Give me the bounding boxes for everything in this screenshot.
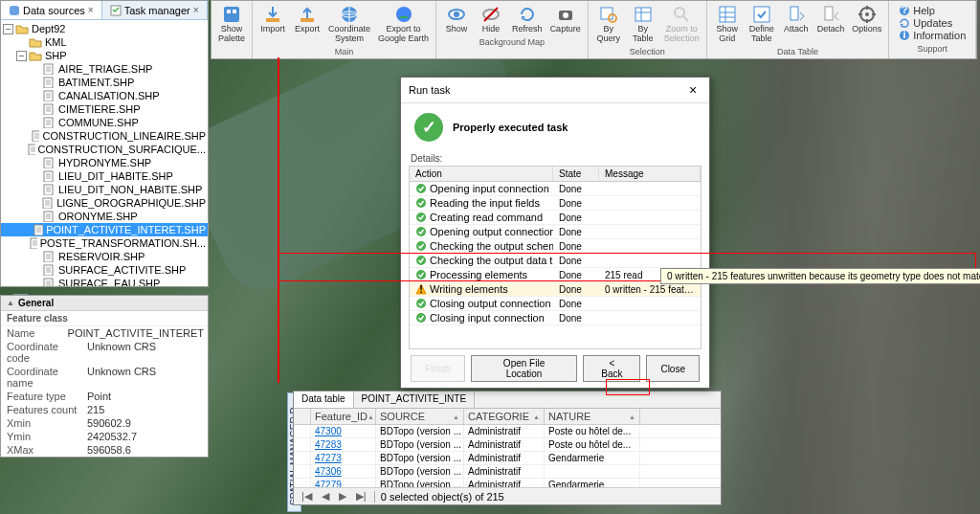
help-link[interactable]: Help xyxy=(899,5,966,16)
dialog-close-button[interactable]: × xyxy=(684,81,702,99)
tree-item[interactable]: HYDRONYME.SHP xyxy=(1,156,208,169)
tree-item[interactable]: –Dept92 xyxy=(1,22,208,35)
tab-close-icon[interactable]: × xyxy=(193,5,199,15)
dialog-table-header: Action State Message xyxy=(410,167,701,182)
col-action[interactable]: Action xyxy=(410,167,553,181)
column-header[interactable] xyxy=(294,409,311,424)
dialog-row[interactable]: Processing elementsDone215 read xyxy=(410,268,701,282)
updates-link[interactable]: Updates xyxy=(899,17,966,29)
tree-item[interactable]: RESERVOIR.SHP xyxy=(1,250,208,263)
dialog-row[interactable]: Closing output connectionDone xyxy=(410,297,701,311)
open-file-location-button[interactable]: Open File Location xyxy=(471,355,578,382)
tree-item[interactable]: BATIMENT.SHP xyxy=(1,76,208,89)
by-table-button[interactable]: ByTable xyxy=(627,3,659,46)
tab-data-sources[interactable]: Data sources× xyxy=(1,1,102,19)
tree-item[interactable]: CIMETIERE.SHP xyxy=(1,102,208,116)
table-row[interactable]: 47273BDTopo (version ...AdministratifGen… xyxy=(294,452,721,465)
col-message[interactable]: Message xyxy=(599,167,701,181)
table-row[interactable]: 47300BDTopo (version ...AdministratifPos… xyxy=(294,425,721,438)
data-table-panel: Data tablePOINT_ACTIVITE_INTE Feature_ID… xyxy=(293,391,722,505)
tree-item[interactable]: COMMUNE.SHP xyxy=(1,116,208,129)
tree-item[interactable]: POSTE_TRANSFORMATION.SH... xyxy=(1,236,208,250)
tree-item[interactable]: POINT_ACTIVITE_INTERET.SHP xyxy=(1,223,208,236)
tree-toggle[interactable]: – xyxy=(16,51,27,61)
attach-button[interactable]: Attach xyxy=(780,3,813,46)
tree-item[interactable]: KML xyxy=(1,35,208,49)
nav-prev[interactable]: ◀ xyxy=(320,490,331,503)
toolbar-label: Capture xyxy=(550,25,581,34)
data-table-tab[interactable]: POINT_ACTIVITE_INTE xyxy=(354,391,475,408)
export-button[interactable]: Export xyxy=(291,3,323,46)
tree-item[interactable]: ORONYME.SHP xyxy=(1,210,208,223)
table-row[interactable]: 47279BDTopo (version ...AdministratifGen… xyxy=(294,479,721,487)
column-header[interactable]: SOURCE▲ xyxy=(376,409,464,424)
nav-last[interactable]: ▶| xyxy=(354,490,368,503)
coordinate-system-button[interactable]: CoordinateSystem xyxy=(325,3,373,46)
tree-label: HYDRONYME.SHP xyxy=(58,157,151,168)
data-table-tab[interactable]: Data table xyxy=(294,391,354,408)
nav-first[interactable]: |◀ xyxy=(300,490,314,503)
dialog-row[interactable]: Checking the output data tableDone xyxy=(410,254,701,268)
close-button[interactable]: Close xyxy=(646,355,700,382)
tree-item[interactable]: CONSTRUCTION_LINEAIRE.SHP xyxy=(1,129,208,143)
capture-button[interactable]: Capture xyxy=(547,3,584,36)
selection-status: 0 selected object(s) of 215 xyxy=(381,491,504,503)
define-table-button[interactable]: DefineTable xyxy=(746,3,778,46)
side-panel: Data sources×Task manager× –Dept92KML–SH… xyxy=(0,0,209,287)
options-button[interactable]: Options xyxy=(849,3,884,46)
hide-button[interactable]: Hide xyxy=(475,3,507,36)
tree-item[interactable]: LIEU_DIT_HABITE.SHP xyxy=(1,169,208,183)
show-palette-button[interactable]: ShowPalette xyxy=(215,3,248,46)
tree-item[interactable]: AIRE_TRIAGE.SHP xyxy=(1,62,208,76)
tree-item[interactable]: –SHP xyxy=(1,49,208,62)
tree-item[interactable]: CONSTRUCTION_SURFACIQUE... xyxy=(1,143,208,156)
tab-task-manager[interactable]: Task manager× xyxy=(102,1,208,19)
table-cell[interactable]: 47279 xyxy=(311,479,376,487)
column-header[interactable]: NATURE▲ xyxy=(545,409,640,424)
table-cell[interactable]: 47300 xyxy=(311,425,376,437)
data-table-body[interactable]: 47300BDTopo (version ...AdministratifPos… xyxy=(294,425,721,487)
tree-item[interactable]: LIEU_DIT_NON_HABITE.SHP xyxy=(1,183,208,196)
message-text xyxy=(599,259,701,261)
message-text xyxy=(599,245,701,247)
tab-close-icon[interactable]: × xyxy=(88,5,94,15)
information-link[interactable]: Information xyxy=(899,30,966,41)
show-grid-button[interactable]: ShowGrid xyxy=(711,3,744,46)
dialog-row[interactable]: Closing input connectionDone xyxy=(410,311,701,325)
dialog-row[interactable]: Creating read commandDone xyxy=(410,211,701,225)
by-query-button[interactable]: ByQuery xyxy=(592,3,625,46)
table-cell[interactable]: 47306 xyxy=(311,465,376,478)
dialog-row[interactable]: Opening input connectionDone xyxy=(410,182,701,196)
table-cell: BDTopo (version ... xyxy=(376,438,464,451)
nav-next[interactable]: ▶ xyxy=(337,490,348,503)
properties-header[interactable]: General xyxy=(1,296,208,311)
dialog-row[interactable]: Reading the input fieldsDone xyxy=(410,196,701,211)
tree-item[interactable]: SURFACE_ACTIVITE.SHP xyxy=(1,263,208,277)
dialog-row[interactable]: Writing elementsDone0 written - 215 feat… xyxy=(410,282,701,297)
refresh-button[interactable]: Refresh xyxy=(509,3,546,36)
import-button[interactable]: Import xyxy=(256,3,289,46)
back-button[interactable]: < Back xyxy=(583,355,640,382)
action-text: Closing input connection xyxy=(430,312,545,324)
tree-item[interactable]: CANALISATION.SHP xyxy=(1,89,208,102)
tree-toggle[interactable]: – xyxy=(3,24,13,34)
table-cell[interactable]: 47283 xyxy=(311,438,376,451)
table-cell[interactable]: 47273 xyxy=(311,452,376,464)
toolbar-group-label: Data Table xyxy=(711,46,885,57)
detach-button[interactable]: Detach xyxy=(814,3,848,46)
message-text xyxy=(599,317,701,319)
data-sources-tree[interactable]: –Dept92KML–SHPAIRE_TRIAGE.SHPBATIMENT.SH… xyxy=(1,20,208,286)
action-text: Writing elements xyxy=(430,283,508,295)
show-button[interactable]: Show xyxy=(440,3,473,36)
column-header[interactable]: CATEGORIE▲ xyxy=(464,409,545,424)
tree-item[interactable]: LIGNE_OROGRAPHIQUE.SHP xyxy=(1,196,208,210)
export-ge-button[interactable]: Export toGoogle Earth xyxy=(375,3,432,46)
dialog-row[interactable]: Opening output connectionDone xyxy=(410,225,701,239)
col-state[interactable]: State xyxy=(553,167,599,181)
column-header[interactable]: Feature_ID▲ xyxy=(311,409,376,424)
table-row[interactable]: 47306BDTopo (version ...Administratif xyxy=(294,465,721,479)
table-row[interactable]: 47283BDTopo (version ...AdministratifPos… xyxy=(294,438,721,452)
tree-item[interactable]: SURFACE_EAU.SHP xyxy=(1,277,208,286)
dialog-row[interactable]: Checking the output schemaDone xyxy=(410,239,701,254)
warning-icon xyxy=(415,283,427,295)
